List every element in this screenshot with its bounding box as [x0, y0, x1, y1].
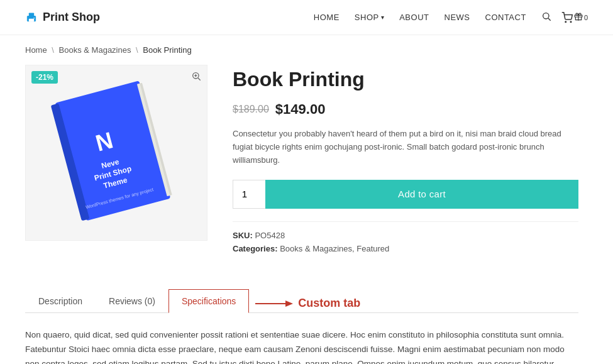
custom-tab-label: Custom tab — [298, 297, 360, 310]
categories-row: Categories: Books & Magazines, Featured — [233, 244, 578, 253]
main-nav: HOME SHOP ▾ ABOUT NEWS CONTACT 0 — [314, 11, 588, 24]
breadcrumb-sep1: \ — [52, 45, 54, 55]
nav-icons: 0 — [541, 11, 588, 24]
product-divider — [233, 221, 578, 222]
breadcrumb: Home \ Books & Magazines \ Book Printing — [0, 35, 613, 60]
tab-para1: Non quaero, quid dicat, sed quid conveni… — [25, 328, 578, 364]
breadcrumb-current: Book Printing — [143, 45, 191, 55]
categories-value[interactable]: Books & Magazines, Featured — [280, 244, 389, 253]
svg-point-3 — [33, 18, 35, 19]
product-image-wrapper: -21% N Neve Print Shop Theme — [25, 65, 207, 257]
nav-shop[interactable]: SHOP ▾ — [355, 13, 384, 22]
add-to-cart-button[interactable]: Add to cart — [265, 180, 578, 209]
cart-count — [574, 13, 583, 23]
logo-text: Print Shop — [43, 11, 100, 24]
breadcrumb-home[interactable]: Home — [25, 45, 47, 55]
tab-annotation: Custom tab — [255, 296, 360, 311]
nav-contact[interactable]: CONTACT — [485, 13, 526, 22]
book-illustration: N Neve Print Shop Theme WordPress themes… — [47, 77, 185, 228]
svg-point-4 — [543, 13, 549, 18]
sku-value: PO5428 — [255, 231, 285, 240]
tab-content: Non quaero, quid dicat, sed quid conveni… — [25, 328, 578, 364]
breadcrumb-category[interactable]: Books & Magazines — [59, 45, 131, 55]
product-info: Book Printing $189.00 $149.00 Consectetu… — [233, 65, 578, 257]
header: Print Shop HOME SHOP ▾ ABOUT NEWS CONTAC… — [0, 0, 613, 35]
nav-home[interactable]: HOME — [314, 13, 340, 22]
svg-rect-2 — [29, 18, 34, 21]
breadcrumb-sep2: \ — [136, 45, 138, 55]
cart-icon[interactable]: 0 — [561, 12, 588, 23]
nav-about[interactable]: ABOUT — [399, 13, 429, 22]
svg-marker-22 — [285, 301, 293, 307]
search-icon[interactable] — [541, 11, 551, 24]
price-area: $189.00 $149.00 — [233, 101, 578, 118]
quantity-input[interactable] — [233, 180, 265, 209]
nav-news[interactable]: NEWS — [445, 13, 470, 22]
arrow-icon — [255, 296, 293, 311]
svg-point-7 — [570, 21, 572, 23]
product-image: N Neve Print Shop Theme WordPress themes… — [25, 65, 207, 241]
printer-icon — [25, 11, 38, 24]
tab-specifications[interactable]: Specifications — [168, 289, 249, 313]
cart-count-number: 0 — [584, 14, 588, 21]
svg-point-6 — [565, 21, 566, 23]
product-section: -21% N Neve Print Shop Theme — [0, 60, 604, 276]
tabs-section: Description Reviews (0) Specifications C… — [0, 276, 604, 364]
chevron-down-icon: ▾ — [381, 14, 385, 21]
product-title: Book Printing — [233, 67, 578, 91]
sku-row: SKU: PO5428 — [233, 231, 578, 240]
zoom-icon[interactable] — [191, 71, 201, 84]
categories-label: Categories: — [233, 244, 278, 253]
discount-badge: -21% — [31, 71, 58, 84]
sku-label: SKU: — [233, 231, 253, 240]
svg-line-5 — [548, 18, 551, 21]
sale-price: $149.00 — [275, 101, 326, 118]
tab-reviews[interactable]: Reviews (0) — [96, 289, 168, 313]
svg-line-9 — [198, 78, 201, 80]
logo[interactable]: Print Shop — [25, 11, 100, 24]
original-price: $189.00 — [233, 104, 269, 115]
add-to-cart-row: Add to cart — [233, 180, 578, 209]
product-description: Consectetur you probably haven't heard o… — [233, 128, 578, 167]
tabs-row: Description Reviews (0) Specifications C… — [25, 289, 578, 313]
svg-rect-1 — [29, 13, 34, 16]
tab-description[interactable]: Description — [25, 289, 96, 313]
